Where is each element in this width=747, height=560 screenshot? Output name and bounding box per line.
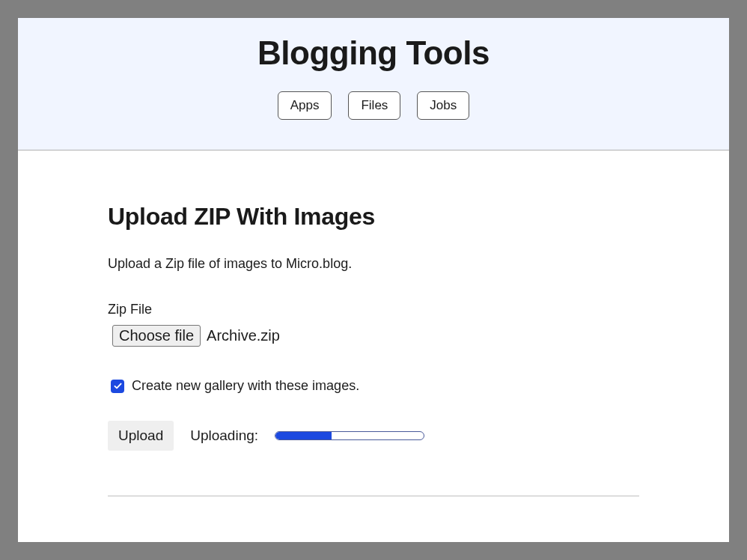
choose-file-button[interactable]: Choose file bbox=[112, 325, 201, 347]
nav: Apps Files Jobs bbox=[18, 91, 729, 120]
divider bbox=[108, 496, 639, 496]
check-icon bbox=[113, 381, 123, 391]
upload-status-label: Uploading: bbox=[190, 427, 258, 444]
page-description: Upload a Zip file of images to Micro.blo… bbox=[108, 256, 639, 272]
main-content: Upload ZIP With Images Upload a Zip file… bbox=[18, 150, 729, 526]
upload-progress-bar bbox=[275, 431, 424, 440]
nav-files-button[interactable]: Files bbox=[348, 91, 400, 120]
page-heading: Upload ZIP With Images bbox=[108, 203, 639, 231]
app-window: Blogging Tools Apps Files Jobs Upload ZI… bbox=[18, 18, 729, 542]
gallery-checkbox[interactable] bbox=[111, 380, 124, 393]
selected-filename: Archive.zip bbox=[207, 327, 280, 344]
upload-action-row: Upload Uploading: bbox=[108, 421, 639, 451]
upload-progress-fill bbox=[275, 432, 332, 439]
upload-button[interactable]: Upload bbox=[108, 421, 174, 451]
app-title: Blogging Tools bbox=[18, 34, 729, 72]
header: Blogging Tools Apps Files Jobs bbox=[18, 18, 729, 150]
file-field-label: Zip File bbox=[108, 302, 639, 317]
gallery-checkbox-row: Create new gallery with these images. bbox=[108, 378, 639, 394]
nav-apps-button[interactable]: Apps bbox=[278, 91, 332, 120]
nav-jobs-button[interactable]: Jobs bbox=[417, 91, 469, 120]
gallery-checkbox-label: Create new gallery with these images. bbox=[132, 378, 359, 394]
file-input-row: Choose file Archive.zip bbox=[108, 325, 639, 347]
